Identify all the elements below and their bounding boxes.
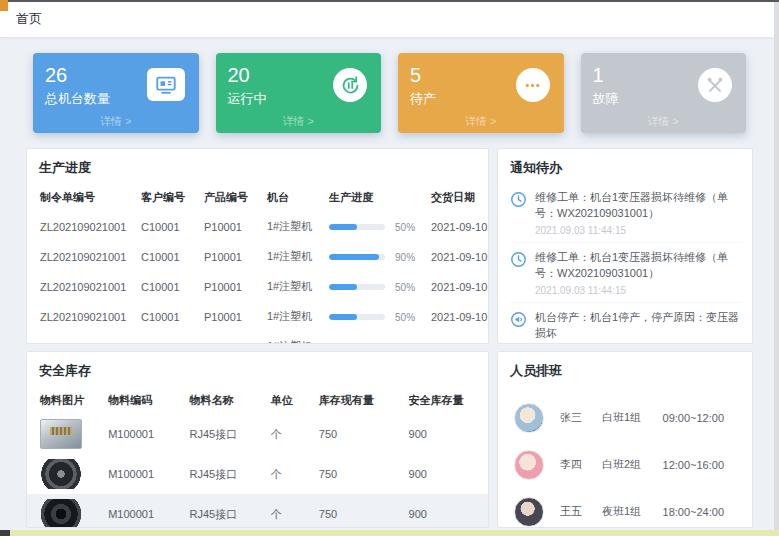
column-header: 库存现有量	[315, 386, 405, 414]
progress-percent: 50%	[395, 312, 415, 323]
notification-item[interactable]: 机台停产：机台1停产，停产原因：变压器损坏 2021.09.03 11:44:1…	[510, 303, 742, 344]
inventory-table: 物料图片物料编码物料名称单位库存现有量安全库存量 M100001 RJ45接口 …	[27, 386, 488, 528]
notifications-panel: 通知待办 维修工单：机台1变压器损坏待维修（单号：WX202109031001）…	[497, 148, 753, 344]
customer-no: C10001	[137, 211, 200, 241]
production-row[interactable]: ZL202109021001 C10001 P10001 1#注塑机 50% 2…	[27, 331, 489, 344]
material-unit: 个	[267, 454, 315, 494]
safety-stock-panel: 安全库存 物料图片物料编码物料名称单位库存现有量安全库存量 M100001 RJ…	[26, 351, 489, 528]
inventory-row[interactable]: M100001 RJ45接口 个 750 900	[27, 454, 488, 494]
running-icon	[333, 68, 367, 102]
progress-bar	[329, 284, 385, 290]
progress-bar	[329, 254, 385, 260]
window-top-edge	[0, 0, 779, 2]
progress-percent: 50%	[395, 222, 415, 233]
product-no: P10001	[200, 331, 263, 344]
staff-time: 12:00~16:00	[663, 459, 738, 471]
notice-text: 维修工单：机台1变压器损坏待维修（单号：WX202109031001）	[535, 190, 742, 222]
material-image	[40, 419, 82, 449]
material-name: RJ45接口	[186, 454, 267, 494]
delivery-date: 2021-09-10	[427, 301, 489, 331]
inventory-row[interactable]: M100001 RJ45接口 个 750 900	[27, 494, 488, 528]
avatar	[514, 450, 544, 480]
panel-title: 安全库存	[27, 352, 488, 386]
panel-title: 人员排班	[498, 352, 752, 386]
machine-name: 1#注塑机	[263, 211, 325, 241]
column-header: 机台	[263, 183, 325, 211]
notification-item[interactable]: 维修工单：机台1变压器损坏待维修（单号：WX202109031001） 2021…	[510, 243, 742, 303]
detail-link[interactable]: 详情 >	[33, 114, 199, 129]
progress-bar	[329, 314, 385, 320]
notification-item[interactable]: 维修工单：机台1变压器损坏待维修（单号：WX202109031001） 2021…	[510, 183, 742, 243]
speaker-icon	[510, 311, 527, 344]
stat-card-running[interactable]: 20 运行中 详情 >	[216, 53, 382, 133]
machine-name: 1#注塑机	[263, 271, 325, 301]
scrollbar[interactable]	[774, 2, 779, 530]
staff-name: 李四	[560, 457, 602, 472]
order-no: ZL202109021001	[27, 331, 137, 344]
waiting-icon	[516, 68, 550, 102]
order-no: ZL202109021001	[27, 211, 137, 241]
column-header: 制令单编号	[27, 183, 137, 211]
notice-time: 2021.09.03 11:44:15	[535, 285, 742, 296]
material-unit: 个	[267, 414, 315, 454]
material-image	[40, 459, 82, 489]
avatar	[514, 497, 544, 527]
inventory-row[interactable]: M100001 RJ45接口 个 750 900	[27, 414, 488, 454]
staff-shift: 白班1组	[602, 410, 663, 425]
staff-shift: 夜班1组	[602, 504, 663, 519]
stat-card-fault[interactable]: 1 故障 详情 >	[581, 53, 747, 133]
machine-name: 1#注塑机	[263, 301, 325, 331]
machine-name: 1#注塑机	[263, 241, 325, 271]
material-code: M100001	[104, 494, 185, 528]
material-name: RJ45接口	[186, 494, 267, 528]
detail-link[interactable]: 详情 >	[581, 114, 747, 129]
notification-list: 维修工单：机台1变压器损坏待维修（单号：WX202109031001） 2021…	[498, 183, 752, 344]
column-header: 产品编号	[200, 183, 263, 211]
delivery-date: 2021-09-10	[427, 331, 489, 344]
production-table: 制令单编号客户编号产品编号机台生产进度交货日期 ZL202109021001 C…	[27, 183, 489, 344]
delivery-date: 2021-09-10	[427, 271, 489, 301]
production-row[interactable]: ZL202109021001 C10001 P10001 1#注塑机 90% 2…	[27, 241, 489, 271]
progress-bar	[329, 224, 385, 230]
customer-no: C10001	[137, 241, 200, 271]
staff-row[interactable]: 李四 白班2组 12:00~16:00	[514, 441, 738, 488]
material-image	[40, 499, 82, 528]
panels-grid: 生产进度 制令单编号客户编号产品编号机台生产进度交货日期 ZL202109021…	[26, 148, 753, 528]
stock-qty: 750	[315, 454, 405, 494]
staff-name: 张三	[560, 410, 602, 425]
inventory-header-row: 物料图片物料编码物料名称单位库存现有量安全库存量	[27, 386, 488, 414]
fault-icon	[698, 68, 732, 102]
notice-text: 维修工单：机台1变压器损坏待维修（单号：WX202109031001）	[535, 250, 742, 282]
dashboard-content: 26 总机台数量 详情 > 20 运行中 详情 > 5 待产 详情 > 1	[0, 38, 779, 528]
machine-icon	[147, 68, 185, 101]
production-row[interactable]: ZL202109021001 C10001 P10001 1#注塑机 50% 2…	[27, 301, 489, 331]
customer-no: C10001	[137, 271, 200, 301]
window-bottom-corner	[0, 530, 10, 536]
detail-link[interactable]: 详情 >	[398, 114, 564, 129]
staff-row[interactable]: 王五 夜班1组 18:00~24:00	[514, 488, 738, 528]
staff-row[interactable]: 张三 白班1组 09:00~12:00	[514, 394, 738, 441]
notice-text: 机台停产：机台1停产，停产原因：变压器损坏	[535, 310, 742, 342]
order-no: ZL202109021001	[27, 271, 137, 301]
staff-time: 09:00~12:00	[663, 412, 738, 424]
customer-no: C10001	[137, 301, 200, 331]
production-row[interactable]: ZL202109021001 C10001 P10001 1#注塑机 50% 2…	[27, 271, 489, 301]
detail-link[interactable]: 详情 >	[216, 114, 382, 129]
column-header: 客户编号	[137, 183, 200, 211]
panel-title: 生产进度	[27, 149, 488, 183]
panel-title: 通知待办	[498, 149, 752, 183]
material-code: M100001	[104, 454, 185, 494]
delivery-date: 2021-09-10	[427, 211, 489, 241]
stock-qty: 750	[315, 494, 405, 528]
customer-no: C10001	[137, 331, 200, 344]
stat-card-total-machines[interactable]: 26 总机台数量 详情 >	[33, 53, 199, 133]
stat-card-waiting[interactable]: 5 待产 详情 >	[398, 53, 564, 133]
stat-cards: 26 总机台数量 详情 > 20 运行中 详情 > 5 待产 详情 > 1	[33, 53, 746, 133]
safety-qty: 900	[405, 454, 488, 494]
product-no: P10001	[200, 271, 263, 301]
progress-percent: 50%	[395, 282, 415, 293]
clock-icon	[510, 251, 527, 296]
progress-percent: 50%	[395, 342, 415, 344]
notice-time: 2021.09.03 11:44:15	[535, 225, 742, 236]
production-row[interactable]: ZL202109021001 C10001 P10001 1#注塑机 50% 2…	[27, 211, 489, 241]
